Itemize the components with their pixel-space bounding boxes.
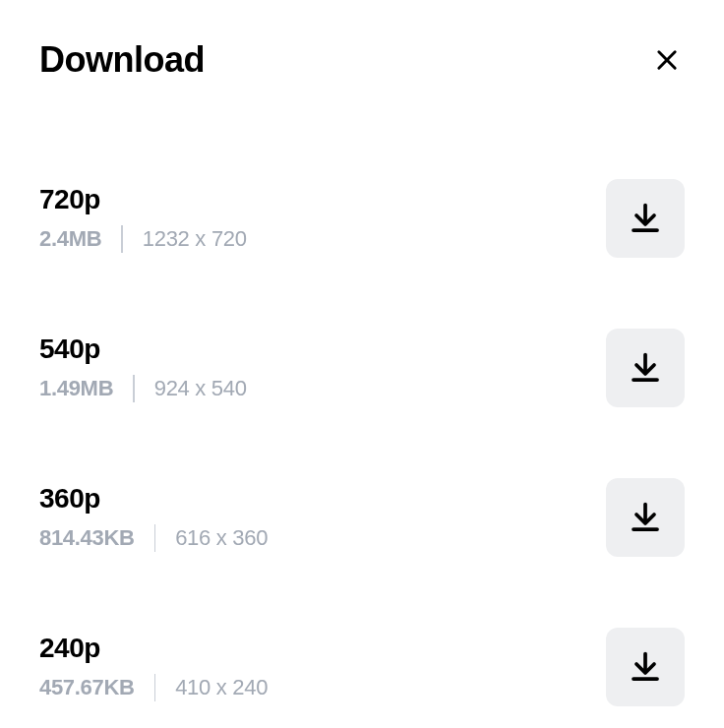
meta-divider bbox=[154, 674, 156, 701]
resolution-label: 720p bbox=[39, 184, 247, 215]
option-info: 240p 457.67KB 410 x 240 bbox=[39, 633, 268, 701]
dimensions-label: 924 x 540 bbox=[154, 376, 247, 401]
meta-divider bbox=[154, 524, 156, 552]
resolution-label: 360p bbox=[39, 483, 268, 515]
download-options-list: 720p 2.4MB 1232 x 720 540p 1.49MB 924 x … bbox=[39, 179, 685, 706]
download-option-720p: 720p 2.4MB 1232 x 720 bbox=[39, 179, 685, 258]
option-info: 540p 1.49MB 924 x 540 bbox=[39, 334, 247, 402]
resolution-label: 240p bbox=[39, 633, 268, 664]
download-option-360p: 360p 814.43KB 616 x 360 bbox=[39, 478, 685, 557]
resolution-label: 540p bbox=[39, 334, 247, 365]
filesize-label: 814.43KB bbox=[39, 525, 135, 551]
close-button[interactable] bbox=[649, 42, 685, 78]
meta-divider bbox=[121, 225, 123, 253]
meta-divider bbox=[133, 375, 135, 402]
download-icon bbox=[628, 649, 663, 685]
download-option-540p: 540p 1.49MB 924 x 540 bbox=[39, 329, 685, 407]
filesize-label: 2.4MB bbox=[39, 226, 101, 252]
download-icon bbox=[628, 500, 663, 535]
download-button-540p[interactable] bbox=[606, 329, 685, 407]
option-meta: 814.43KB 616 x 360 bbox=[39, 524, 268, 552]
option-meta: 1.49MB 924 x 540 bbox=[39, 375, 247, 402]
dimensions-label: 410 x 240 bbox=[175, 675, 268, 700]
download-icon bbox=[628, 350, 663, 386]
dialog-title: Download bbox=[39, 39, 205, 81]
filesize-label: 1.49MB bbox=[39, 376, 113, 401]
dimensions-label: 1232 x 720 bbox=[143, 226, 247, 252]
dialog-header: Download bbox=[39, 39, 685, 81]
option-info: 720p 2.4MB 1232 x 720 bbox=[39, 184, 247, 253]
option-meta: 457.67KB 410 x 240 bbox=[39, 674, 268, 701]
download-button-240p[interactable] bbox=[606, 628, 685, 706]
download-button-360p[interactable] bbox=[606, 478, 685, 557]
option-meta: 2.4MB 1232 x 720 bbox=[39, 225, 247, 253]
dimensions-label: 616 x 360 bbox=[175, 525, 268, 551]
download-icon bbox=[628, 201, 663, 236]
filesize-label: 457.67KB bbox=[39, 675, 135, 700]
download-option-240p: 240p 457.67KB 410 x 240 bbox=[39, 628, 685, 706]
download-button-720p[interactable] bbox=[606, 179, 685, 258]
option-info: 360p 814.43KB 616 x 360 bbox=[39, 483, 268, 552]
close-icon bbox=[653, 46, 681, 74]
